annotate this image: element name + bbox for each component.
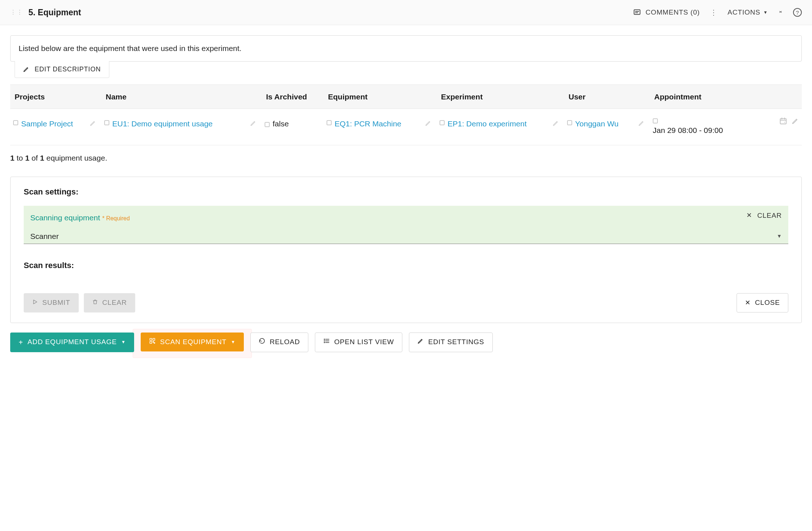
help-icon[interactable]: ? [793,8,802,17]
submit-label: SUBMIT [42,298,70,308]
clear-field-label: CLEAR [757,211,782,221]
col-user: User [567,91,653,102]
plus-icon: + [19,337,23,347]
open-icon[interactable] [440,120,445,125]
scan-settings-heading: Scan settings: [24,186,788,198]
edit-settings-label: EDIT SETTINGS [428,337,484,347]
col-experiment: Experiment [440,91,567,102]
section-title: 5. Equipment [28,7,81,18]
clear-results-label: CLEAR [102,298,127,308]
required-marker: * Required [102,215,130,223]
scan-results-heading: Scan results: [24,260,788,271]
drag-handle-icon[interactable]: ⋮⋮ [10,9,23,15]
chevron-down-icon: ▼ [121,339,126,345]
svg-marker-8 [34,300,37,304]
reload-button[interactable]: RELOAD [250,333,308,352]
open-list-view-label: OPEN LIST VIEW [334,337,394,347]
edit-icon[interactable] [638,120,645,126]
description-box: Listed below are the equipment that were… [10,35,802,61]
open-icon[interactable] [13,120,18,125]
close-icon: ✕ [745,298,751,307]
reload-label: RELOAD [270,337,300,347]
svg-rect-3 [780,119,786,124]
open-icon[interactable] [567,120,572,125]
svg-point-7 [784,122,785,123]
comment-icon [633,8,641,16]
svg-rect-9 [150,338,152,340]
comments-button[interactable]: COMMENTS (0) [633,8,700,17]
project-link[interactable]: Sample Project [21,118,73,129]
calendar-icon[interactable] [779,117,787,127]
add-equipment-usage-label: ADD EQUIPMENT USAGE [27,337,117,347]
svg-point-17 [324,339,325,340]
scan-equipment-label: SCAN EQUIPMENT [160,337,226,347]
col-archived: Is Archived [265,91,327,102]
actions-button[interactable]: ACTIONS ▼ [727,8,768,17]
list-icon [323,337,330,347]
cell-appointment: Jan 29 08:00 - 09:00 [653,118,799,135]
col-projects: Projects [13,91,104,102]
cell-project: Sample Project [13,118,104,129]
svg-rect-11 [150,341,152,343]
table-row: Sample Project EU1: Demo equipment usage… [10,109,802,145]
edit-icon[interactable] [90,120,96,126]
scanning-equipment-field: Scanning equipment * Required ✕ CLEAR Sc… [24,206,788,244]
svg-rect-12 [153,341,154,342]
equipment-link[interactable]: EQ1: PCR Machine [335,118,401,129]
actions-label: ACTIONS [727,8,760,17]
user-link[interactable]: Yonggan Wu [575,118,618,129]
edit-icon[interactable] [553,120,559,126]
chevron-down-icon: ▼ [777,233,782,240]
add-equipment-usage-button[interactable]: + ADD EQUIPMENT USAGE ▼ [10,333,134,352]
table-header: Projects Name Is Archived Equipment Expe… [10,84,802,109]
experiment-link[interactable]: EP1: Demo experiment [448,118,527,129]
edit-icon[interactable] [425,120,432,126]
close-panel-button[interactable]: ✕ CLOSE [737,293,788,312]
svg-rect-10 [153,338,155,340]
scan-panel: Scan settings: Scanning equipment * Requ… [10,177,802,323]
action-bar: + ADD EQUIPMENT USAGE ▼ SCAN EQUIPMENT ▼… [10,333,802,352]
pagination-text: 1 to 1 of 1 equipment usage. [10,153,802,163]
clear-results-button[interactable]: CLEAR [84,293,135,312]
appointment-value: Jan 29 08:00 - 09:00 [653,125,723,135]
open-icon[interactable] [104,120,109,125]
edit-icon[interactable] [792,117,799,127]
submit-button[interactable]: SUBMIT [24,293,79,312]
cell-name: EU1: Demo equipment usage [104,118,265,129]
archived-value: false [273,118,289,129]
collapse-icon[interactable]: ⌄⌃ [778,9,783,16]
scanning-equipment-select[interactable]: Scanner ▼ [30,231,782,241]
qr-icon [149,337,156,347]
edit-icon[interactable] [250,120,257,126]
svg-rect-0 [634,10,640,15]
pencil-icon [417,337,424,347]
play-icon [32,298,38,308]
open-icon[interactable] [653,118,658,123]
svg-rect-13 [154,342,155,343]
col-appointment: Appointment [653,91,799,102]
pencil-icon [23,66,30,72]
section-header: ⋮⋮ 5. Equipment COMMENTS (0) ⋮ ACTIONS ▼… [0,0,812,25]
open-list-view-button[interactable]: OPEN LIST VIEW [315,333,402,352]
open-icon[interactable] [327,120,332,125]
open-icon[interactable] [265,122,270,127]
close-label: CLOSE [755,298,780,308]
name-link[interactable]: EU1: Demo equipment usage [112,118,213,129]
clear-field-button[interactable]: ✕ CLEAR [746,211,782,221]
svg-point-19 [324,342,325,343]
scan-equipment-button[interactable]: SCAN EQUIPMENT ▼ [141,333,244,352]
edit-description-label: EDIT DESCRIPTION [35,66,101,73]
scan-select-value: Scanner [30,231,59,241]
comments-label: COMMENTS (0) [645,8,700,17]
kebab-menu-icon[interactable]: ⋮ [710,7,717,17]
cell-experiment: EP1: Demo experiment [440,118,567,129]
trash-icon [92,298,98,308]
cell-user: Yonggan Wu [567,118,653,129]
chevron-down-icon: ▼ [231,339,235,345]
edit-settings-button[interactable]: EDIT SETTINGS [409,333,493,352]
description-text: Listed below are the equipment that were… [19,44,242,52]
svg-point-18 [324,341,325,342]
reload-icon [259,337,265,347]
edit-description-button[interactable]: EDIT DESCRIPTION [15,61,109,78]
col-equipment: Equipment [327,91,440,102]
